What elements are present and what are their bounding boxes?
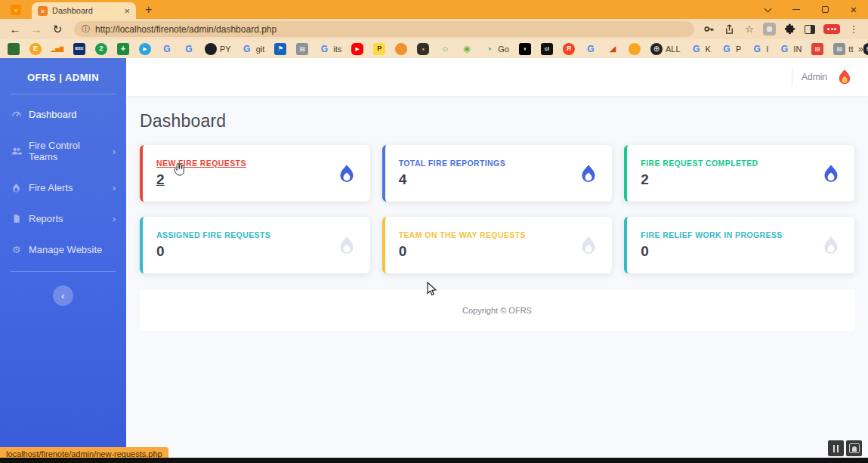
bookmark-godaddy[interactable]: ◔Go bbox=[483, 43, 509, 55]
bookmark-cl[interactable]: cl bbox=[541, 43, 553, 55]
bookmark-google[interactable]: G bbox=[585, 43, 597, 55]
bookmark-two-green[interactable]: 2 bbox=[95, 43, 107, 55]
bookmark-google[interactable]: GI bbox=[751, 43, 768, 55]
brand-title[interactable]: OFRS | ADMIN bbox=[0, 58, 126, 94]
sheets-favicon: + bbox=[117, 43, 129, 55]
maximize-button[interactable] bbox=[811, 0, 839, 19]
bookmark-github[interactable]: PY bbox=[205, 43, 231, 55]
sidebar-item-reports[interactable]: Reports › bbox=[0, 203, 126, 234]
sidebar-item-manage-website[interactable]: ⚙ Manage Website bbox=[0, 234, 126, 265]
extensions-puzzle-icon[interactable] bbox=[783, 23, 796, 36]
bookmark-ieee[interactable]: IEEE bbox=[73, 43, 85, 55]
bookmark-matlab[interactable]: ◢ bbox=[607, 43, 619, 55]
bookmark-e-orange[interactable]: E bbox=[29, 43, 42, 55]
bookmark-google[interactable]: GIN bbox=[778, 43, 802, 55]
bookmark-label: Go bbox=[498, 45, 509, 54]
topbar-divider bbox=[792, 68, 792, 86]
reload-icon[interactable]: ↻ bbox=[48, 20, 66, 39]
bookmark-crab-orange[interactable] bbox=[395, 43, 407, 55]
profile-chevron-icon[interactable] bbox=[753, 0, 782, 19]
bookmark-google[interactable]: GK bbox=[690, 43, 711, 55]
card-new-fire-requests[interactable]: NEW FIRE REQUESTS 2 bbox=[140, 145, 370, 202]
address-bar[interactable]: ⓘ http://localhost/firenote/admin/dashbo… bbox=[74, 21, 694, 37]
bookmark-globe-all[interactable]: ⊕ALL bbox=[650, 43, 681, 55]
pinned-extension-icon[interactable] bbox=[763, 23, 776, 35]
bookmark-yandex[interactable]: Я bbox=[563, 43, 575, 55]
bookmark-printer-tt[interactable]: ▤tt bbox=[833, 43, 853, 55]
card-title[interactable]: TEAM ON THE WAY REQUESTS bbox=[399, 230, 526, 239]
bookmark-nvidia-eye[interactable]: ◉ bbox=[461, 43, 473, 55]
site-info-icon[interactable]: ⓘ bbox=[82, 23, 90, 35]
bookmark-orange-hand[interactable] bbox=[629, 43, 641, 55]
card-value-link[interactable]: 2 bbox=[156, 171, 246, 188]
sidebar-collapse-button[interactable]: ‹ bbox=[53, 286, 73, 306]
main-area: Admin Dashboard NEW FIRE REQUESTS 2 TOTA… bbox=[126, 58, 868, 458]
page-viewport: OFRS | ADMIN Dashboard Fire Control Team… bbox=[0, 58, 868, 458]
bookmark-black-shape[interactable]: ◖ bbox=[519, 43, 531, 55]
bookmark-dark-box[interactable]: ● bbox=[417, 43, 429, 55]
godaddy-favicon: ◔ bbox=[483, 43, 495, 55]
card-title[interactable]: FIRE RELIEF WORK IN PROGRESS bbox=[641, 230, 782, 239]
bookmark-label: ALL bbox=[666, 45, 681, 54]
bookmark-star-icon[interactable]: ☆ bbox=[743, 23, 756, 36]
presenter-icon[interactable] bbox=[846, 440, 862, 456]
bookmark-label: P bbox=[736, 45, 741, 54]
browser-tab[interactable]: x Dashboard × bbox=[32, 2, 136, 19]
chevron-right-icon: › bbox=[113, 146, 116, 157]
card-title-link[interactable]: NEW FIRE REQUESTS bbox=[156, 159, 246, 168]
new-tab-button[interactable]: + bbox=[145, 4, 152, 16]
page-footer: Copyright © OFRS bbox=[140, 290, 854, 331]
bookmark-plant[interactable] bbox=[8, 43, 20, 55]
address-url[interactable]: http://localhost/firenote/admin/dashboar… bbox=[95, 24, 276, 35]
password-key-icon[interactable] bbox=[702, 23, 715, 36]
bookmark-printer[interactable]: ▤ bbox=[296, 43, 308, 55]
browser-menu-icon[interactable]: ⋮ bbox=[847, 23, 860, 36]
sidebar-item-dashboard[interactable]: Dashboard bbox=[0, 99, 126, 130]
bookmark-red-doc[interactable]: ▤ bbox=[811, 43, 823, 55]
card-team-on-the-way-requests[interactable]: TEAM ON THE WAY REQUESTS 0 bbox=[382, 217, 613, 273]
card-total-fire-reportings[interactable]: TOTAL FIRE REPORTINGS 4 bbox=[382, 145, 613, 202]
bookmark-google[interactable]: Ggit bbox=[241, 43, 265, 55]
bookmarks-overflow-icon[interactable]: » bbox=[854, 39, 863, 58]
share-icon[interactable] bbox=[722, 23, 736, 36]
forward-icon[interactable]: → bbox=[27, 20, 45, 39]
tab-favicon-xampp-icon: x bbox=[38, 6, 48, 16]
bookmark-google[interactable]: GP bbox=[721, 43, 741, 55]
card-title[interactable]: ASSIGNED FIRE REQUESTS bbox=[156, 230, 270, 239]
bookmark-analytics[interactable]: ▂▅▇ bbox=[51, 43, 63, 55]
p-yellow-favicon: P bbox=[373, 43, 385, 55]
red-extension-badge-icon[interactable] bbox=[823, 24, 840, 34]
content: Dashboard NEW FIRE REQUESTS 2 TOTAL FIRE… bbox=[126, 96, 868, 331]
pause-icon[interactable] bbox=[828, 440, 844, 456]
browser-toolbar: ← → ↻ ⓘ http://localhost/firenote/admin/… bbox=[0, 19, 868, 39]
bookmark-globe[interactable]: ⊕ bbox=[863, 43, 868, 55]
sidebar-item-fire-alerts[interactable]: Fire Alerts › bbox=[0, 172, 126, 203]
dark-box-favicon: ● bbox=[417, 43, 429, 55]
card-assigned-fire-requests[interactable]: ASSIGNED FIRE REQUESTS 0 bbox=[140, 217, 370, 273]
bookmark-p-yellow[interactable]: P bbox=[373, 43, 385, 55]
card-title[interactable]: FIRE REQUEST COMPLETED bbox=[641, 159, 758, 168]
bookmark-label: K bbox=[706, 45, 711, 54]
recorder-overlay bbox=[828, 440, 862, 456]
bookmark-google[interactable]: Gits bbox=[318, 43, 341, 55]
sidebar-item-fire-control-teams[interactable]: Fire Control Teams › bbox=[0, 130, 126, 172]
topbar-user-label[interactable]: Admin bbox=[802, 72, 827, 82]
card-fire-request-completed[interactable]: FIRE REQUEST COMPLETED 2 bbox=[624, 145, 854, 202]
bookmark-youtube[interactable]: ▶ bbox=[351, 43, 363, 55]
bookmark-google[interactable]: G bbox=[161, 43, 173, 55]
fire-icon bbox=[821, 162, 841, 185]
tab-close-icon[interactable]: × bbox=[124, 6, 130, 16]
bookmark-telegram[interactable]: ▶ bbox=[139, 43, 151, 55]
bookmark-sheets[interactable]: + bbox=[117, 43, 129, 55]
card-fire-relief-work-in-progress[interactable]: FIRE RELIEF WORK IN PROGRESS 0 bbox=[624, 217, 854, 273]
minimize-button[interactable] bbox=[782, 0, 811, 19]
google-favicon: G bbox=[690, 43, 703, 55]
card-title[interactable]: TOTAL FIRE REPORTINGS bbox=[399, 159, 505, 168]
bookmark-blue-flag[interactable]: ⚑ bbox=[274, 43, 286, 55]
bookmark-green-ring[interactable]: ○ bbox=[439, 43, 451, 55]
bookmark-google[interactable]: G bbox=[183, 43, 195, 55]
back-icon[interactable]: ← bbox=[6, 20, 24, 39]
side-panel-icon[interactable] bbox=[803, 23, 817, 36]
flame-avatar-icon[interactable] bbox=[836, 68, 853, 86]
close-button[interactable]: × bbox=[839, 0, 868, 19]
